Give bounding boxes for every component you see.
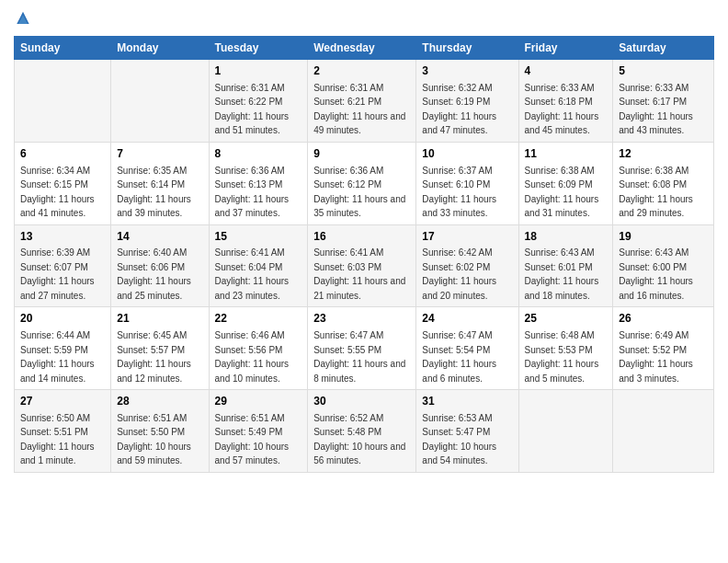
day-detail: Sunrise: 6:50 AMSunset: 5:51 PMDaylight:… <box>20 413 95 466</box>
day-number: 30 <box>313 394 410 409</box>
calendar-cell: 22Sunrise: 6:46 AMSunset: 5:56 PMDayligh… <box>209 307 308 390</box>
calendar-cell: 28Sunrise: 6:51 AMSunset: 5:50 PMDayligh… <box>111 390 209 473</box>
day-number: 12 <box>619 146 708 162</box>
day-number: 29 <box>215 394 302 409</box>
week-row-3: 13Sunrise: 6:39 AMSunset: 6:07 PMDayligh… <box>15 224 714 307</box>
week-row-2: 6Sunrise: 6:34 AMSunset: 6:15 PMDaylight… <box>15 142 714 224</box>
day-number: 16 <box>313 229 410 245</box>
calendar-cell <box>518 390 613 473</box>
calendar-cell: 5Sunrise: 6:33 AMSunset: 6:17 PMDaylight… <box>613 60 714 143</box>
calendar-cell: 4Sunrise: 6:33 AMSunset: 6:18 PMDaylight… <box>518 60 613 143</box>
weekday-header-thursday: Thursday <box>416 37 518 60</box>
calendar-cell: 15Sunrise: 6:41 AMSunset: 6:04 PMDayligh… <box>209 224 308 307</box>
calendar-cell: 16Sunrise: 6:41 AMSunset: 6:03 PMDayligh… <box>308 224 416 307</box>
day-detail: Sunrise: 6:41 AMSunset: 6:04 PMDaylight:… <box>215 247 290 301</box>
day-number: 14 <box>117 229 202 245</box>
day-number: 21 <box>117 311 202 327</box>
weekday-header-saturday: Saturday <box>613 37 714 60</box>
day-number: 22 <box>215 311 302 327</box>
page-container: SundayMondayTuesdayWednesdayThursdayFrid… <box>0 0 728 482</box>
day-number: 31 <box>422 394 512 409</box>
calendar-cell <box>111 60 209 143</box>
day-detail: Sunrise: 6:47 AMSunset: 5:55 PMDaylight:… <box>313 330 405 384</box>
day-number: 27 <box>20 394 105 409</box>
day-number: 7 <box>117 146 202 162</box>
calendar-cell: 23Sunrise: 6:47 AMSunset: 5:55 PMDayligh… <box>308 307 416 390</box>
calendar-cell: 25Sunrise: 6:48 AMSunset: 5:53 PMDayligh… <box>518 307 613 390</box>
logo <box>14 9 36 29</box>
day-number: 6 <box>20 146 105 162</box>
calendar-cell: 29Sunrise: 6:51 AMSunset: 5:49 PMDayligh… <box>209 390 308 473</box>
calendar-cell: 7Sunrise: 6:35 AMSunset: 6:14 PMDaylight… <box>111 142 209 224</box>
calendar-cell: 8Sunrise: 6:36 AMSunset: 6:13 PMDaylight… <box>209 142 308 224</box>
day-number: 18 <box>525 229 608 245</box>
calendar-cell <box>15 60 111 143</box>
day-detail: Sunrise: 6:51 AMSunset: 5:50 PMDaylight:… <box>117 413 191 466</box>
day-number: 25 <box>525 311 608 327</box>
day-detail: Sunrise: 6:46 AMSunset: 5:56 PMDaylight:… <box>215 330 290 384</box>
day-detail: Sunrise: 6:36 AMSunset: 6:13 PMDaylight:… <box>215 166 290 219</box>
calendar-cell: 30Sunrise: 6:52 AMSunset: 5:48 PMDayligh… <box>308 390 416 473</box>
calendar-cell: 13Sunrise: 6:39 AMSunset: 6:07 PMDayligh… <box>15 224 111 307</box>
day-detail: Sunrise: 6:47 AMSunset: 5:54 PMDaylight:… <box>422 330 496 384</box>
weekday-header-sunday: Sunday <box>15 37 111 60</box>
calendar-cell: 26Sunrise: 6:49 AMSunset: 5:52 PMDayligh… <box>613 307 714 390</box>
day-number: 4 <box>525 63 608 79</box>
calendar-cell: 12Sunrise: 6:38 AMSunset: 6:08 PMDayligh… <box>613 142 714 224</box>
day-detail: Sunrise: 6:42 AMSunset: 6:02 PMDaylight:… <box>422 247 496 301</box>
week-row-5: 27Sunrise: 6:50 AMSunset: 5:51 PMDayligh… <box>15 390 714 473</box>
day-detail: Sunrise: 6:37 AMSunset: 6:10 PMDaylight:… <box>422 166 496 219</box>
week-row-1: 1Sunrise: 6:31 AMSunset: 6:22 PMDaylight… <box>15 60 714 143</box>
day-detail: Sunrise: 6:36 AMSunset: 6:12 PMDaylight:… <box>313 166 405 219</box>
day-detail: Sunrise: 6:35 AMSunset: 6:14 PMDaylight:… <box>117 166 191 219</box>
calendar-cell: 31Sunrise: 6:53 AMSunset: 5:47 PMDayligh… <box>416 390 518 473</box>
calendar-cell: 18Sunrise: 6:43 AMSunset: 6:01 PMDayligh… <box>518 224 613 307</box>
day-number: 28 <box>117 394 202 409</box>
calendar-cell: 9Sunrise: 6:36 AMSunset: 6:12 PMDaylight… <box>308 142 416 224</box>
day-detail: Sunrise: 6:38 AMSunset: 6:09 PMDaylight:… <box>525 166 599 219</box>
day-number: 3 <box>422 63 512 79</box>
day-detail: Sunrise: 6:33 AMSunset: 6:17 PMDaylight:… <box>619 83 693 136</box>
day-number: 15 <box>215 229 302 245</box>
day-number: 9 <box>313 146 410 162</box>
day-detail: Sunrise: 6:43 AMSunset: 6:01 PMDaylight:… <box>525 247 599 301</box>
day-number: 13 <box>20 229 105 245</box>
day-number: 20 <box>20 311 105 327</box>
calendar-body: 1Sunrise: 6:31 AMSunset: 6:22 PMDaylight… <box>15 60 714 473</box>
day-detail: Sunrise: 6:51 AMSunset: 5:49 PMDaylight:… <box>215 413 290 466</box>
day-number: 26 <box>619 311 708 327</box>
day-detail: Sunrise: 6:41 AMSunset: 6:03 PMDaylight:… <box>313 247 405 301</box>
calendar-cell: 20Sunrise: 6:44 AMSunset: 5:59 PMDayligh… <box>15 307 111 390</box>
calendar-cell: 11Sunrise: 6:38 AMSunset: 6:09 PMDayligh… <box>518 142 613 224</box>
day-detail: Sunrise: 6:31 AMSunset: 6:22 PMDaylight:… <box>215 83 290 136</box>
calendar-cell: 14Sunrise: 6:40 AMSunset: 6:06 PMDayligh… <box>111 224 209 307</box>
day-detail: Sunrise: 6:45 AMSunset: 5:57 PMDaylight:… <box>117 330 191 384</box>
day-detail: Sunrise: 6:39 AMSunset: 6:07 PMDaylight:… <box>20 247 95 301</box>
day-number: 23 <box>313 311 410 327</box>
calendar-cell: 24Sunrise: 6:47 AMSunset: 5:54 PMDayligh… <box>416 307 518 390</box>
calendar-cell: 2Sunrise: 6:31 AMSunset: 6:21 PMDaylight… <box>308 60 416 143</box>
day-detail: Sunrise: 6:33 AMSunset: 6:18 PMDaylight:… <box>525 83 599 136</box>
day-detail: Sunrise: 6:40 AMSunset: 6:06 PMDaylight:… <box>117 247 191 301</box>
calendar-cell: 27Sunrise: 6:50 AMSunset: 5:51 PMDayligh… <box>15 390 111 473</box>
day-number: 1 <box>215 63 302 79</box>
calendar-table: SundayMondayTuesdayWednesdayThursdayFrid… <box>14 36 714 473</box>
calendar-cell: 19Sunrise: 6:43 AMSunset: 6:00 PMDayligh… <box>613 224 714 307</box>
day-detail: Sunrise: 6:34 AMSunset: 6:15 PMDaylight:… <box>20 166 95 219</box>
week-row-4: 20Sunrise: 6:44 AMSunset: 5:59 PMDayligh… <box>15 307 714 390</box>
logo-icon <box>14 10 32 29</box>
day-detail: Sunrise: 6:52 AMSunset: 5:48 PMDaylight:… <box>313 413 405 466</box>
day-number: 24 <box>422 311 512 327</box>
calendar-cell: 6Sunrise: 6:34 AMSunset: 6:15 PMDaylight… <box>15 142 111 224</box>
day-detail: Sunrise: 6:44 AMSunset: 5:59 PMDaylight:… <box>20 330 95 384</box>
day-number: 11 <box>525 146 608 162</box>
weekday-header-monday: Monday <box>111 37 209 60</box>
day-number: 2 <box>313 63 410 79</box>
day-number: 10 <box>422 146 512 162</box>
day-number: 19 <box>619 229 708 245</box>
day-number: 5 <box>619 63 708 79</box>
weekday-header-friday: Friday <box>518 37 613 60</box>
weekday-header-row: SundayMondayTuesdayWednesdayThursdayFrid… <box>15 37 714 60</box>
day-detail: Sunrise: 6:38 AMSunset: 6:08 PMDaylight:… <box>619 166 693 219</box>
day-number: 8 <box>215 146 302 162</box>
